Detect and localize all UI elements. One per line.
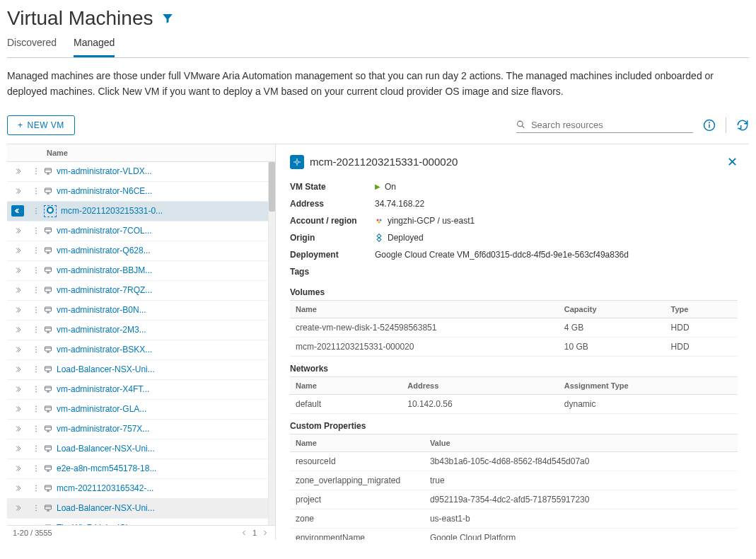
vm-row[interactable]: vm-administrator-B0N... (7, 301, 268, 321)
detail-panel: mcm-20211203215331-000020 ✕ VM State ▶On… (276, 144, 749, 540)
vm-name-link[interactable]: vm-administrator-757X... (57, 424, 149, 434)
pager-prev-icon[interactable] (240, 529, 248, 537)
props-col-value[interactable]: Value (424, 434, 738, 451)
search-input[interactable] (530, 119, 693, 131)
vm-name-link[interactable]: vm-administrator-X4FT... (57, 384, 149, 394)
row-menu-icon[interactable] (28, 167, 44, 175)
svg-rect-27 (45, 228, 52, 232)
vm-row[interactable]: Load-Balancer-NSX-Uni... (7, 439, 268, 459)
networks-col-address[interactable]: Address (402, 376, 559, 394)
search-icon (516, 120, 525, 129)
vm-row[interactable]: vm-administrator-N6CE... (7, 182, 268, 202)
info-icon[interactable] (703, 119, 716, 132)
networks-col-assignment[interactable]: Assignment Type (559, 376, 738, 394)
pager-next-icon[interactable] (261, 529, 269, 537)
row-menu-icon[interactable] (28, 484, 44, 492)
vm-row[interactable]: vm-administrator-X4FT... (7, 380, 268, 400)
row-menu-icon[interactable] (28, 246, 44, 255)
scrollbar[interactable] (268, 162, 275, 525)
expand-icon[interactable] (7, 286, 28, 294)
svg-point-23 (50, 209, 52, 211)
vm-row[interactable]: vm-administrator-GLA... (7, 400, 268, 420)
collapse-icon[interactable] (11, 205, 24, 217)
expand-icon[interactable] (7, 385, 28, 393)
expand-icon[interactable] (7, 484, 28, 492)
vm-name-link[interactable]: e2e-a8n-mcm545178-18... (57, 463, 156, 473)
vm-name-link[interactable]: mcm-20211203215331-0... (61, 206, 163, 216)
row-menu-icon[interactable] (28, 365, 44, 374)
volumes-col-type[interactable]: Type (665, 300, 738, 318)
vm-row[interactable]: vm-administrator-2M3... (7, 321, 268, 340)
new-vm-button[interactable]: + NEW VM (7, 115, 75, 135)
expand-icon[interactable] (7, 167, 28, 175)
row-menu-icon[interactable] (28, 444, 44, 453)
expand-icon[interactable] (7, 226, 28, 235)
expand-icon[interactable] (7, 425, 28, 433)
vm-name-link[interactable]: vm-administrator-GLA... (57, 404, 146, 414)
vm-row[interactable]: TinyWin7-LinkedClone-... (7, 519, 268, 525)
vm-row[interactable]: mcm-20211203215331-0... (7, 202, 268, 221)
expand-icon[interactable] (7, 444, 28, 453)
vm-name-link[interactable]: Load-Balancer-NSX-Uni... (57, 444, 155, 454)
vm-name-link[interactable]: vm-administrator-N6CE... (57, 186, 152, 196)
expand-icon[interactable] (7, 306, 28, 314)
volumes-col-name[interactable]: Name (290, 300, 559, 318)
vm-row[interactable]: vm-administrator-BSKX... (7, 340, 268, 360)
expand-icon[interactable] (7, 187, 28, 195)
volumes-col-capacity[interactable]: Capacity (559, 300, 665, 318)
vm-row[interactable]: vm-administrator-Q628... (7, 241, 268, 261)
expand-icon[interactable] (7, 246, 28, 255)
row-menu-icon[interactable] (28, 345, 44, 354)
props-col-name[interactable]: Name (290, 434, 424, 451)
row-menu-icon[interactable] (28, 207, 44, 215)
column-header-name[interactable]: Name (44, 144, 275, 161)
row-menu-icon[interactable] (28, 405, 44, 413)
vm-row[interactable]: vm-administrator-7COL... (7, 221, 268, 241)
row-menu-icon[interactable] (28, 425, 44, 433)
vm-name-link[interactable]: vm-administrator-BSKX... (57, 345, 152, 355)
vm-name-link[interactable]: vm-administrator-B0N... (57, 305, 146, 315)
vm-row[interactable]: e2e-a8n-mcm545178-18... (7, 459, 268, 479)
vm-name-link[interactable]: vm-administrator-Q628... (57, 246, 151, 255)
expand-icon[interactable] (7, 464, 28, 473)
filter-icon[interactable] (161, 12, 174, 25)
expand-icon[interactable] (7, 405, 28, 413)
expand-icon[interactable] (7, 266, 28, 275)
row-menu-icon[interactable] (28, 187, 44, 195)
vm-name-link[interactable]: vm-administrator-2M3... (57, 325, 146, 335)
refresh-icon[interactable] (736, 119, 749, 132)
vm-name-link[interactable]: vm-administrator-BBJM... (57, 265, 152, 275)
row-menu-icon[interactable] (28, 286, 44, 294)
expand-icon[interactable] (7, 504, 28, 512)
vm-name-link[interactable]: vm-administrator-7RQZ... (57, 285, 152, 295)
row-menu-icon[interactable] (28, 504, 44, 512)
tab-discovered[interactable]: Discovered (7, 37, 57, 57)
vm-row[interactable]: Load-Balancer-NSX-Uni... (7, 360, 268, 380)
close-icon[interactable]: ✕ (727, 154, 738, 170)
row-menu-icon[interactable] (28, 325, 44, 334)
vm-row[interactable]: vm-administrator-VLDX... (7, 162, 268, 182)
vm-name-link[interactable]: vm-administrator-VLDX... (57, 166, 152, 176)
row-menu-icon[interactable] (28, 385, 44, 393)
tab-managed[interactable]: Managed (74, 37, 115, 57)
vm-name-link[interactable]: Load-Balancer-NSX-Uni... (57, 364, 155, 374)
expand-icon[interactable] (7, 365, 28, 374)
search-box[interactable] (516, 117, 693, 133)
row-menu-icon[interactable] (28, 464, 44, 473)
expand-icon[interactable] (7, 325, 28, 334)
vm-row[interactable]: vm-administrator-7RQZ... (7, 281, 268, 301)
vm-row[interactable]: vm-administrator-757X... (7, 420, 268, 439)
vm-name-link[interactable]: Load-Balancer-NSX-Uni... (57, 503, 155, 513)
networks-col-name[interactable]: Name (290, 376, 402, 394)
svg-rect-83 (45, 386, 52, 391)
vm-row[interactable]: vm-administrator-BBJM... (7, 261, 268, 281)
row-menu-icon[interactable] (28, 226, 44, 235)
vm-name-link[interactable]: mcm-20211203165342-... (57, 483, 153, 493)
svg-point-103 (35, 451, 37, 452)
row-menu-icon[interactable] (28, 306, 44, 314)
vm-row[interactable]: mcm-20211203165342-... (7, 479, 268, 499)
vm-row[interactable]: Load-Balancer-NSX-Uni... (7, 499, 268, 519)
vm-name-link[interactable]: vm-administrator-7COL... (57, 226, 152, 236)
expand-icon[interactable] (7, 345, 28, 354)
row-menu-icon[interactable] (28, 266, 44, 275)
